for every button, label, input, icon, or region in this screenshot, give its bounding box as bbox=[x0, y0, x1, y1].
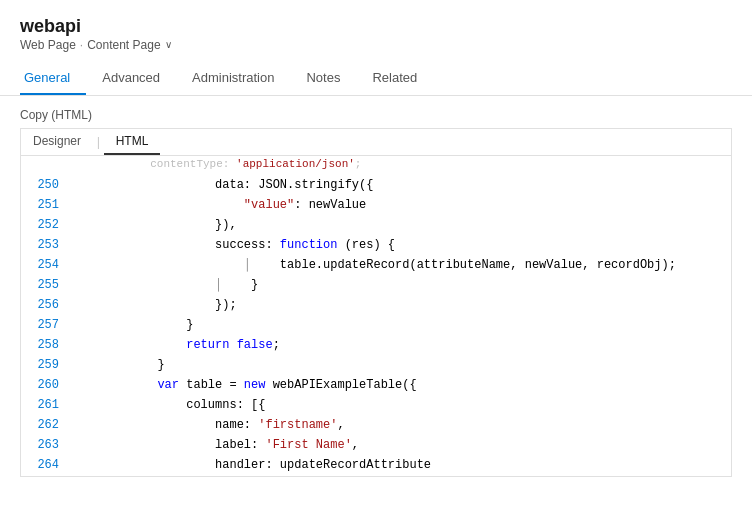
table-row: 259 } bbox=[21, 356, 731, 376]
editor-tabs: Designer | HTML bbox=[21, 129, 731, 156]
tab-general[interactable]: General bbox=[20, 62, 86, 95]
sub-tab-html[interactable]: HTML bbox=[104, 129, 161, 155]
table-row: 261 columns: [{ bbox=[21, 396, 731, 416]
table-row: 256 }); bbox=[21, 296, 731, 316]
main-content: Copy (HTML) Designer | HTML contentType:… bbox=[0, 96, 752, 489]
table-row: 258 return false; bbox=[21, 336, 731, 356]
table-row: 251 "value": newValue bbox=[21, 196, 731, 216]
table-row: 264 handler: updateRecordAttribute bbox=[21, 456, 731, 476]
main-tabs: General Advanced Administration Notes Re… bbox=[20, 62, 732, 95]
tab-related[interactable]: Related bbox=[356, 62, 433, 95]
code-content[interactable]: contentType: 'application/json'; 250 dat… bbox=[21, 156, 731, 476]
page-header: webapi Web Page · Content Page ∨ General… bbox=[0, 0, 752, 96]
table-row: 253 success: function (res) { bbox=[21, 236, 731, 256]
breadcrumb-contentpage[interactable]: Content Page bbox=[87, 38, 160, 52]
sub-tab-separator: | bbox=[93, 129, 104, 155]
tab-administration[interactable]: Administration bbox=[176, 62, 290, 95]
table-row: 252 }), bbox=[21, 216, 731, 236]
page-title: webapi bbox=[20, 16, 732, 38]
section-label: Copy (HTML) bbox=[20, 108, 732, 122]
code-editor: Designer | HTML contentType: 'applicatio… bbox=[20, 128, 732, 477]
tab-notes[interactable]: Notes bbox=[290, 62, 356, 95]
tab-advanced[interactable]: Advanced bbox=[86, 62, 176, 95]
chevron-down-icon[interactable]: ∨ bbox=[165, 39, 172, 50]
sub-tab-designer[interactable]: Designer bbox=[21, 129, 93, 155]
breadcrumb-sep: · bbox=[80, 38, 83, 52]
code-line-fade: contentType: 'application/json'; bbox=[21, 156, 731, 176]
table-row: 262 name: 'firstname', bbox=[21, 416, 731, 436]
table-row: 250 data: JSON.stringify({ bbox=[21, 176, 731, 196]
table-row: 263 label: 'First Name', bbox=[21, 436, 731, 456]
page-breadcrumb: Web Page · Content Page ∨ bbox=[20, 38, 732, 52]
table-row: 255 │ } bbox=[21, 276, 731, 296]
breadcrumb-webpage[interactable]: Web Page bbox=[20, 38, 76, 52]
table-row: 257 } bbox=[21, 316, 731, 336]
table-row: 260 var table = new webAPIExampleTable({ bbox=[21, 376, 731, 396]
table-row: 254 │ table.updateRecord(attributeName, … bbox=[21, 256, 731, 276]
